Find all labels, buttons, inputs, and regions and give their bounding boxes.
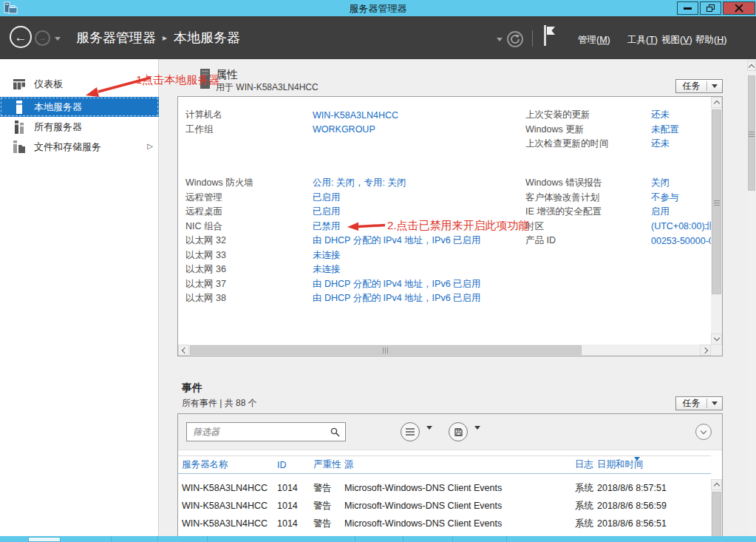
- chevron-up-icon: [713, 483, 719, 489]
- window-vertical-scrollbar[interactable]: [747, 61, 756, 536]
- forward-button[interactable]: →: [35, 30, 50, 46]
- scrollbar-thumb[interactable]: [712, 492, 721, 542]
- events-subtitle: 所有事件 | 共 88 个: [182, 397, 257, 410]
- properties-vertical-scrollbar[interactable]: [711, 97, 722, 345]
- view-options-caret[interactable]: [426, 430, 432, 443]
- properties-right-group1: 上次安装的更新还未 Windows 更新未配置 上次检查更新的时间还未: [525, 108, 712, 152]
- save-query-button[interactable]: [449, 422, 468, 441]
- expand-arrow-icon[interactable]: ▷: [147, 142, 153, 150]
- breadcrumb-root[interactable]: 服务器管理器: [76, 29, 156, 47]
- property-value-link[interactable]: WORKGROUP: [313, 124, 375, 135]
- property-value-link[interactable]: 由 DHCP 分配的 IPv4 地址，IPv6 已启用: [313, 292, 481, 305]
- view-options-button[interactable]: [401, 422, 420, 441]
- property-value-link[interactable]: 未配置: [651, 123, 712, 136]
- column-header-log[interactable]: 日志: [571, 458, 593, 471]
- property-value-link[interactable]: 未连接: [313, 263, 341, 276]
- close-button[interactable]: [723, 1, 755, 15]
- scroll-right-button[interactable]: [700, 345, 711, 356]
- column-header-datetime[interactable]: 日期和时间: [593, 458, 711, 471]
- property-value-link[interactable]: 不参与: [651, 192, 712, 204]
- menu-tools[interactable]: 工具(T): [627, 34, 658, 47]
- collapse-section-button[interactable]: [695, 424, 712, 440]
- notifications-flag-button[interactable]: [543, 24, 556, 50]
- table-row[interactable]: WIN-K58A3LN4HCC 1014 警告 Microsoft-Window…: [178, 497, 711, 515]
- property-value-link[interactable]: 关闭: [651, 177, 712, 189]
- taskbar-item[interactable]: [28, 537, 61, 542]
- filter-input[interactable]: [186, 422, 346, 441]
- scroll-up-button[interactable]: [711, 479, 722, 490]
- menu-text: 视图(: [661, 35, 683, 45]
- events-vertical-scrollbar[interactable]: [711, 479, 722, 542]
- sort-indicator-icon: [634, 457, 640, 461]
- history-dropdown-icon[interactable]: [55, 37, 61, 41]
- property-value-link[interactable]: 还未: [651, 109, 712, 121]
- menu-text: ): [723, 35, 726, 45]
- property-value-link[interactable]: 已启用: [313, 206, 341, 218]
- cell-severity: 警告: [310, 482, 341, 495]
- properties-right-group2: Windows 错误报告关闭 客户体验改善计划不参与 IE 增强的安全配置启用 …: [525, 176, 712, 248]
- chevron-up-icon: [749, 64, 755, 70]
- properties-tasks-button[interactable]: 任务: [675, 79, 723, 93]
- title-bar: 服务器管理器: [0, 0, 756, 16]
- events-panel: 服务器名称 ID 严重性 源 日志 日期和时间 WIN-K58A3LN4HCC …: [177, 413, 723, 542]
- property-value-link[interactable]: 启用: [651, 206, 712, 218]
- scroll-up-button[interactable]: [747, 61, 756, 71]
- restore-button[interactable]: [700, 1, 721, 15]
- minimize-icon: [684, 7, 692, 10]
- scroll-down-button[interactable]: [711, 333, 722, 345]
- menu-help[interactable]: 帮助(H): [695, 34, 726, 47]
- property-value-link[interactable]: 由 DHCP 分配的 IPv4 地址，IPv6 已启用: [313, 278, 481, 291]
- save-icon: [454, 428, 463, 436]
- cell-server-name: WIN-K58A3LN4HCC: [178, 483, 273, 493]
- minimize-button[interactable]: [677, 1, 698, 15]
- server-manager-window: 服务器管理器 ← → 服务器管理器 ▸ 本地服务器: [0, 0, 756, 542]
- back-button[interactable]: ←: [10, 26, 32, 48]
- property-label: 远程管理: [185, 192, 313, 204]
- events-tasks-button[interactable]: 任务: [675, 396, 723, 410]
- column-header-id[interactable]: ID: [273, 460, 310, 470]
- sidebar-item-file-storage-services[interactable]: 文件和存储服务 ▷: [0, 137, 159, 157]
- property-label: 以太网 37: [185, 278, 313, 291]
- thumb-grip-icon: [749, 130, 755, 137]
- sidebar-item-local-server[interactable]: 本地服务器: [0, 97, 159, 117]
- refresh-button[interactable]: [507, 31, 523, 47]
- property-value-link[interactable]: 已启用: [313, 192, 341, 204]
- menu-view[interactable]: 视图(V): [661, 34, 692, 47]
- property-value-link[interactable]: 00253-50000-0: [651, 236, 712, 246]
- column-header-source[interactable]: 源: [341, 458, 571, 471]
- menu-accesskey: V: [683, 35, 689, 45]
- chevron-down-icon: [701, 427, 706, 433]
- save-query-caret[interactable]: [474, 430, 480, 443]
- property-label: 以太网 32: [185, 234, 313, 247]
- property-value-link[interactable]: (UTC+08:00)北: [651, 220, 712, 233]
- cell-id: 1014: [273, 518, 310, 529]
- server-dropdown-icon[interactable]: [497, 38, 503, 41]
- scrollbar-thumb[interactable]: [712, 109, 721, 294]
- properties-horizontal-scrollbar[interactable]: [178, 345, 711, 356]
- events-table-header: 服务器名称 ID 严重性 源 日志 日期和时间: [178, 455, 711, 474]
- property-value-link[interactable]: WIN-K58A3LN4HCC: [313, 110, 398, 121]
- property-value-link[interactable]: 由 DHCP 分配的 IPv4 地址，IPv6 已启用: [313, 234, 481, 247]
- property-label: 上次安装的更新: [525, 109, 651, 121]
- annotation-step2-text: 2.点击已禁用来开启此项功能: [387, 219, 530, 233]
- column-header-severity[interactable]: 严重性: [310, 458, 341, 471]
- menu-manage[interactable]: 管理(M): [578, 34, 610, 47]
- column-header-server-name[interactable]: 服务器名称: [178, 458, 273, 471]
- sidebar-item-all-servers[interactable]: 所有服务器: [0, 117, 159, 137]
- scroll-left-button[interactable]: [178, 345, 189, 356]
- property-value-link-nic-teaming[interactable]: 已禁用: [313, 220, 341, 233]
- property-value-link[interactable]: 还未: [651, 138, 712, 150]
- property-value-link[interactable]: 未连接: [313, 249, 341, 262]
- table-row[interactable]: WIN-K58A3LN4HCC 1014 警告 Microsoft-Window…: [178, 515, 711, 532]
- local-server-icon: [13, 101, 26, 114]
- taskbar[interactable]: [0, 536, 756, 542]
- sidebar-item-dashboard[interactable]: 仪表板: [0, 74, 159, 94]
- scrollbar-thumb[interactable]: [748, 75, 755, 191]
- table-row[interactable]: WIN-K58A3LN4HCC 1014 警告 Microsoft-Window…: [178, 479, 711, 497]
- property-value-link[interactable]: 公用: 关闭，专用: 关闭: [313, 177, 406, 189]
- scroll-up-button[interactable]: [711, 97, 722, 108]
- properties-subtitle: 用于 WIN-K58A3LN4HCC: [216, 81, 319, 94]
- chevron-left-icon: [181, 347, 187, 353]
- scrollbar-thumb[interactable]: [190, 345, 582, 355]
- sidebar-item-label: 所有服务器: [34, 121, 82, 134]
